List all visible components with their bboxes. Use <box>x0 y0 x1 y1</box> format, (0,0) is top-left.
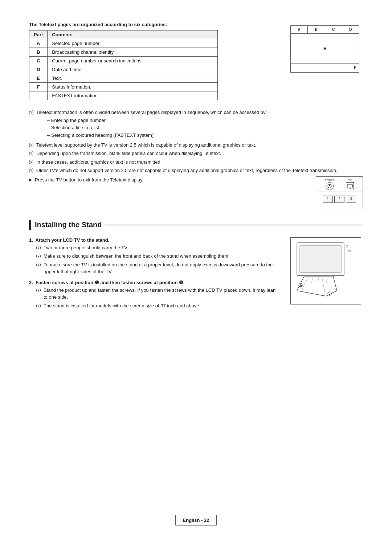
note-item-1: ⒴ Teletext information is often divided … <box>29 109 363 140</box>
col-part: Part <box>29 30 48 39</box>
svg-text:●: ● <box>328 292 330 296</box>
note-icon-s1-3: ⒴ <box>36 262 41 268</box>
note-icon-s1-2: ⒴ <box>36 253 41 259</box>
sub-item-1: Entering the page number <box>47 117 363 124</box>
tele-bottom-bar: F <box>291 64 359 71</box>
sub-list-1: Entering the page number Selecting a tit… <box>47 117 363 139</box>
step1-note-text-2: Make sure to distinguish between the fro… <box>44 253 279 260</box>
sub-item-2: Selecting a title in a list <box>47 124 363 132</box>
contents-e: Text. <box>48 74 218 83</box>
svg-point-8 <box>348 250 350 252</box>
press-note-text: Press the TV button to exit from the Tel… <box>35 176 143 184</box>
remote-power-button <box>326 182 334 190</box>
svg-line-14 <box>302 278 308 289</box>
section-title: Installing the Stand <box>35 221 102 229</box>
section-divider: Installing the Stand <box>29 220 363 230</box>
teletext-table: Part Contents A Selected page number. B … <box>29 30 218 100</box>
tele-cell-a: A <box>291 26 308 33</box>
svg-text:❶: ❶ <box>299 284 302 287</box>
table-row: A Selected page number. <box>29 39 218 48</box>
table-section: The Teletext pages are organized accordi… <box>29 22 363 100</box>
step2-note-1: ⒴ Stand the product up and fasten the sc… <box>36 287 279 301</box>
note-icon-s2-1: ⒴ <box>36 287 41 294</box>
install-content: 1. Attach your LCD TV to the stand. ⒴ Tw… <box>29 237 279 314</box>
table-row: D Date and time. <box>29 65 218 74</box>
remote-bottom-row: 1 2 3 <box>316 193 363 205</box>
svg-line-20 <box>311 277 313 283</box>
note-icon-4: ⒴ <box>29 159 33 165</box>
notes-section: ⒴ Teletext information is often divided … <box>29 109 363 209</box>
step-2-number: 2. Fasten screws at position ❶ and then … <box>29 280 279 285</box>
remote-power-label: POWER <box>325 179 334 181</box>
step-2: 2. Fasten screws at position ❶ and then … <box>29 280 279 310</box>
remote-btn-3: 3 <box>346 196 356 203</box>
contents-c: Current page number or search indication… <box>48 57 218 65</box>
remote-btn-2: 2 <box>334 196 344 203</box>
tele-cell-c: C <box>325 26 342 33</box>
step-1: 1. Attach your LCD TV to the stand. ⒴ Tw… <box>29 237 279 275</box>
note-icon: ⒴ <box>29 109 33 116</box>
part-e: E <box>29 74 48 83</box>
svg-line-10 <box>297 291 326 296</box>
note-text-2: Teletext level supported by the TV is ve… <box>36 142 363 149</box>
step-1-number: 1. Attach your LCD TV to the stand. <box>29 237 279 243</box>
note-item-5: ⒴ Older TV's which do not support versio… <box>29 167 363 174</box>
note-text-3: Depending upon the transmission, blank s… <box>36 150 363 157</box>
note-item-3: ⒴ Depending upon the transmission, blank… <box>29 150 363 157</box>
tele-top-bar: A B C D <box>291 26 359 34</box>
contents-d: Date and time. <box>48 65 218 74</box>
press-note: ▶ Press the TV button to exit from the T… <box>29 176 143 184</box>
note-icon-s2-2: ⒴ <box>36 303 41 309</box>
part-c: C <box>29 57 48 65</box>
tele-cell-b: B <box>308 26 325 33</box>
table-row: C Current page number or search indicati… <box>29 57 218 65</box>
table-row: B Broadcasting channel identity. <box>29 48 218 57</box>
table-row: FASTEXT information. <box>29 91 218 100</box>
contents-a: Selected page number. <box>48 39 218 48</box>
svg-line-12 <box>333 276 337 291</box>
part-empty <box>29 91 48 100</box>
tele-main-area: E <box>291 34 359 64</box>
table-left: The Teletext pages are organized accordi… <box>29 22 276 100</box>
note-text-1: Teletext information is often divided be… <box>36 109 363 140</box>
footer-box: English - 22 <box>175 515 217 525</box>
teletext-diagram: A B C D E F <box>290 25 363 100</box>
contents-f: Status information. <box>48 83 218 91</box>
step2-note-text-2: The stand is installed for models with t… <box>44 302 279 310</box>
page-content: The Teletext pages are organized accordi… <box>0 0 392 343</box>
install-diagram: ❶ ● <box>290 237 363 314</box>
step2-note-text-1: Stand the product up and fasten the scre… <box>44 287 279 301</box>
table-heading: The Teletext pages are organized accordi… <box>29 22 276 27</box>
section-bar <box>29 220 31 230</box>
table-row: F Status information. <box>29 83 218 91</box>
contents-b: Broadcasting channel identity. <box>48 48 218 57</box>
remote-tv-button <box>346 182 354 190</box>
svg-line-21 <box>318 277 319 283</box>
stand-svg: ❶ ● <box>293 240 359 302</box>
section-line <box>105 225 363 225</box>
note-icon-s1-1: ⒴ <box>36 245 41 251</box>
remote-btn-1: 1 <box>323 196 333 203</box>
step2-note-2: ⒴ The stand is installed for models with… <box>36 302 279 310</box>
tele-diagram-box: A B C D E F <box>290 25 359 73</box>
part-b: B <box>29 48 48 57</box>
col-contents: Contents <box>48 30 218 39</box>
note-item-2: ⒴ Teletext level supported by the TV is … <box>29 142 363 149</box>
remote-top-bar: POWER TV <box>316 177 363 192</box>
svg-line-15 <box>322 279 325 294</box>
contents-fastext: FASTEXT information. <box>48 91 218 100</box>
step1-note-1: ⒴ Two or more people should carry the TV… <box>36 244 279 251</box>
tele-cell-d: D <box>342 26 359 33</box>
table-row: E Text. <box>29 74 218 83</box>
svg-point-7 <box>346 246 348 248</box>
note-icon-2: ⒴ <box>29 142 33 148</box>
step1-note-2: ⒴ Make sure to distinguish between the f… <box>36 253 279 260</box>
note-icon-5: ⒴ <box>29 167 33 174</box>
sub-item-3: Selecting a coloured heading (FASTEXT sy… <box>47 132 363 139</box>
press-icon: ▶ <box>29 177 32 183</box>
install-section: 1. Attach your LCD TV to the stand. ⒴ Tw… <box>29 237 363 314</box>
part-a: A <box>29 39 48 48</box>
note-text-5: Older TV's which do not support version … <box>36 167 363 174</box>
step1-note-text-3: To make sure the TV is installed on the … <box>44 261 279 275</box>
note-icon-3: ⒴ <box>29 150 33 157</box>
